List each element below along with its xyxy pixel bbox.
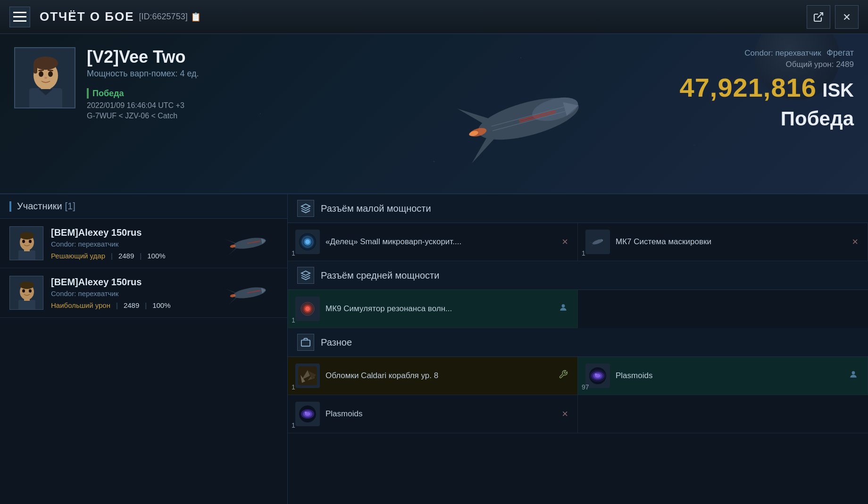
svg-point-9 — [39, 71, 43, 77]
participant-ship-img — [221, 227, 278, 260]
svg-rect-29 — [18, 250, 35, 260]
export-button[interactable] — [807, 5, 830, 29]
battle-location: G-7WUF < JZV-06 < Catch — [87, 112, 854, 120]
item-icon — [295, 402, 320, 426]
misc-items: 1 Обломки Caldari корабля ур. 8 — [288, 357, 868, 395]
item-icon — [585, 230, 610, 254]
svg-point-32 — [20, 232, 34, 240]
svg-point-10 — [48, 71, 53, 77]
item-person-button[interactable] — [847, 368, 860, 384]
participant-info: [BEM]Alexey 150rus Condor: перехватчик Н… — [51, 277, 217, 309]
participant-row: [BEM]Alexey 150rus Condor: перехватчик Р… — [0, 219, 287, 268]
hero-top: [V2]Vee Two Мощность варп-помех: 4 ед. П… — [14, 47, 854, 120]
low-power-icon — [297, 200, 314, 217]
svg-rect-42 — [18, 300, 35, 310]
low-power-title: Разъём малой мощности — [321, 203, 431, 214]
battle-datetime: 2022/01/09 16:46:04 UTC +3 — [87, 101, 854, 110]
participant-ship: Condor: перехватчик — [51, 240, 217, 248]
equip-item-single: 1 МК9 Симулятор резонанса волн... — [288, 290, 578, 328]
stat-damage: 2489 — [124, 301, 139, 309]
hero-content: [V2]Vee Two Мощность варп-помех: 4 ед. П… — [0, 34, 868, 133]
participants-title: Участники — [17, 201, 62, 212]
item-name: МК7 Система маскировки — [616, 237, 850, 248]
svg-point-88 — [305, 412, 307, 413]
misc-icon — [297, 334, 314, 351]
svg-rect-71 — [301, 340, 310, 346]
svg-line-0 — [818, 13, 823, 18]
misc-items-2: 1 Plasmoids × — [288, 395, 868, 433]
participant-row: [BEM]Alexey 150rus Condor: перехватчик Н… — [0, 268, 287, 318]
misc-header: Разное — [288, 328, 868, 357]
participants-panel: Участники [1] [BEM]Alexey 150rus Co — [0, 194, 288, 504]
svg-point-83 — [852, 371, 855, 374]
victory-text: Победа — [92, 89, 124, 99]
svg-point-46 — [22, 289, 25, 293]
svg-point-13 — [44, 77, 47, 79]
item-qty: 97 — [582, 383, 589, 391]
participants-header: Участники [1] — [0, 194, 287, 219]
item-qty: 1 — [292, 249, 295, 257]
item-close-button[interactable]: × — [560, 406, 570, 422]
equip-item: 1 «Делец» Small микроварп-ускорит.... × — [288, 223, 578, 261]
participant-info: [BEM]Alexey 150rus Condor: перехватчик Р… — [51, 227, 217, 260]
copy-icon[interactable]: 📋 — [191, 12, 201, 22]
item-icon — [295, 364, 320, 388]
med-power-title: Разъём средней мощности — [321, 270, 439, 281]
svg-point-81 — [595, 373, 597, 375]
stat-label: Наибольший урон — [51, 301, 110, 309]
svg-point-34 — [29, 240, 32, 243]
participant-stats: Наибольший урон | 2489 | 100% — [51, 301, 217, 309]
participant-ship-img — [221, 276, 278, 309]
victory-bar — [87, 88, 89, 99]
stat-percent: 100% — [147, 252, 165, 260]
page-title: ОТЧЁТ О БОЕ — [40, 9, 134, 24]
player-info: [V2]Vee Two Мощность варп-помех: 4 ед. П… — [87, 47, 854, 120]
header-bar — [9, 201, 11, 212]
item-name: Plasmoids — [326, 409, 560, 420]
player-avatar — [14, 47, 75, 108]
svg-point-45 — [20, 281, 34, 289]
item-name: Обломки Caldari корабля ур. 8 — [326, 371, 557, 381]
top-bar: ОТЧЁТ О БОЕ [ID:6625753] 📋 — [0, 0, 868, 34]
hero-section: [V2]Vee Two Мощность варп-помех: 4 ед. П… — [0, 34, 868, 194]
svg-rect-8 — [33, 63, 37, 74]
item-close-button[interactable]: × — [850, 234, 860, 250]
equip-item: 1 Plasmoids × — [288, 395, 578, 433]
svg-point-47 — [29, 289, 32, 293]
participants-count: [1] — [65, 201, 75, 212]
participant-avatar — [9, 226, 43, 260]
participant-stats: Решающий удар | 2489 | 100% — [51, 252, 217, 260]
main-content: Участники [1] [BEM]Alexey 150rus Co — [0, 194, 868, 504]
svg-point-57 — [305, 240, 310, 244]
menu-button[interactable] — [9, 7, 30, 27]
item-icon — [295, 230, 320, 254]
warp-label: Мощность варп-помех: 4 ед. — [87, 69, 854, 79]
item-close-button[interactable]: × — [560, 234, 570, 250]
report-id: [ID:6625753] — [139, 12, 188, 22]
item-name: «Делец» Small микроварп-ускорит.... — [326, 237, 560, 248]
item-qty: 1 — [582, 249, 585, 257]
item-qty: 1 — [292, 316, 295, 324]
item-person-button[interactable] — [557, 301, 570, 317]
svg-point-70 — [562, 304, 565, 307]
stat-percent: 100% — [152, 301, 170, 309]
participant-name: [BEM]Alexey 150rus — [51, 277, 217, 288]
equip-item: 1 Обломки Caldari корабля ур. 8 — [288, 357, 578, 395]
equip-item: 97 Plasmoids — [578, 357, 868, 395]
item-qty: 1 — [292, 383, 295, 391]
participant-avatar — [9, 276, 43, 310]
low-power-header: Разъём малой мощности — [288, 194, 868, 223]
misc-title: Разное — [321, 337, 352, 348]
top-bar-actions — [807, 5, 859, 29]
low-power-items: 1 «Делец» Small микроварп-ускорит.... × — [288, 223, 868, 261]
equip-item: 1 МК7 Система маскировки × — [578, 223, 868, 261]
equipment-panel: Разъём малой мощности 1 — [288, 194, 868, 504]
stat-damage: 2489 — [118, 252, 134, 260]
item-wrench-button[interactable] — [557, 368, 570, 384]
med-power-header: Разъём средней мощности — [288, 261, 868, 290]
item-name: Plasmoids — [616, 371, 847, 381]
med-power-icon — [297, 267, 314, 284]
close-button[interactable] — [835, 5, 859, 29]
svg-point-33 — [22, 240, 25, 243]
item-name: МК9 Симулятор резонанса волн... — [326, 304, 557, 314]
